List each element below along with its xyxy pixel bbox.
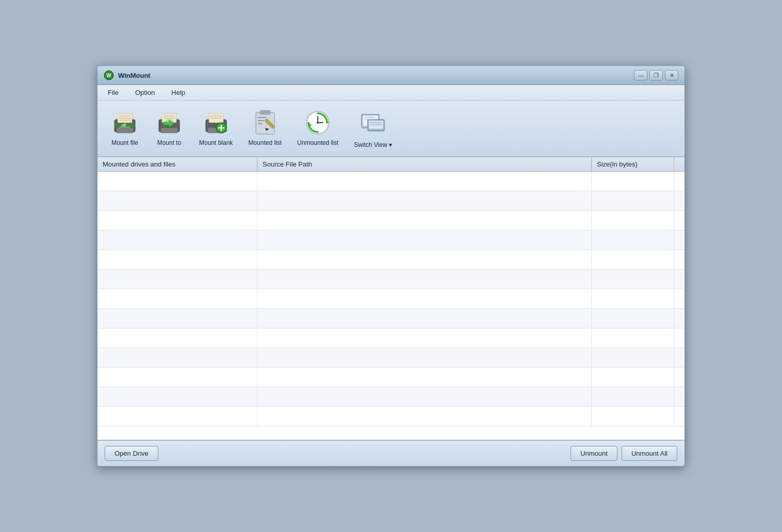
unmount-button[interactable]: Unmount: [571, 446, 617, 461]
table-row: [97, 211, 685, 230]
cell-size: [592, 348, 674, 367]
mount-blank-button[interactable]: Mount blank: [192, 105, 239, 152]
close-button[interactable]: ✕: [665, 70, 678, 80]
title-bar-controls: — ❐ ✕: [634, 70, 678, 80]
cell-size: [592, 328, 674, 347]
cell-path: [257, 309, 592, 328]
menu-help[interactable]: Help: [167, 87, 189, 98]
cell-path: [257, 328, 592, 347]
cell-path: [257, 348, 592, 367]
table-row: [97, 309, 685, 328]
mount-file-icon: [110, 108, 139, 137]
cell-path: [257, 250, 592, 269]
cell-size: [592, 309, 674, 328]
svg-rect-26: [256, 112, 274, 134]
cell-drives: [97, 387, 257, 406]
switch-view-button[interactable]: Switch View ▾: [347, 105, 399, 152]
cell-path: [257, 387, 592, 406]
app-icon: W: [104, 70, 114, 80]
cell-extra: [674, 309, 685, 328]
menu-option[interactable]: Option: [131, 87, 159, 98]
cell-path: [257, 407, 592, 426]
svg-rect-27: [260, 110, 270, 114]
cell-extra: [674, 289, 685, 308]
cell-path: [257, 368, 592, 387]
cell-drives: [97, 191, 257, 210]
cell-drives: [97, 270, 257, 289]
cell-size: [592, 230, 674, 250]
minimize-button[interactable]: —: [634, 70, 647, 80]
column-extra: [674, 157, 685, 171]
cell-drives: [97, 309, 257, 328]
cell-size: [592, 387, 674, 406]
unmount-all-button[interactable]: Unmount All: [622, 446, 677, 461]
cell-size: [592, 191, 674, 210]
table-row: [97, 328, 685, 348]
column-size: Size(in bytes): [592, 157, 674, 171]
column-path: Source File Path: [257, 157, 592, 171]
table-row: [97, 230, 685, 250]
mount-to-button[interactable]: Mount to: [148, 105, 190, 152]
mounted-list-icon: [251, 108, 280, 137]
cell-size: [592, 250, 674, 269]
cell-drives: [97, 407, 257, 426]
mount-to-icon: [155, 108, 184, 137]
cell-extra: [674, 270, 685, 289]
cell-extra: [674, 348, 685, 367]
cell-path: [257, 270, 592, 289]
table-row: [97, 250, 685, 270]
table-row: [97, 387, 685, 407]
cell-extra: [674, 172, 685, 191]
cell-size: [592, 211, 674, 230]
table-row: [97, 368, 685, 387]
cell-path: [257, 230, 592, 250]
column-drives: Mounted drives and files: [97, 157, 257, 171]
cell-extra: [674, 328, 685, 347]
cell-drives: [97, 328, 257, 347]
footer-right: Unmount Unmount All: [571, 446, 677, 461]
content-area: Mounted drives and files Source File Pat…: [97, 157, 685, 440]
cell-extra: [674, 230, 685, 250]
mounted-list-button[interactable]: Mounted list: [241, 105, 288, 152]
cell-extra: [674, 407, 685, 426]
cell-extra: [674, 250, 685, 269]
mount-blank-label: Mount blank: [199, 139, 233, 146]
mounted-list-label: Mounted list: [248, 139, 282, 146]
mount-file-button[interactable]: Mount file: [104, 105, 146, 152]
cell-drives: [97, 172, 257, 191]
toolbar: Mount file Mount to: [97, 101, 685, 157]
cell-extra: [674, 387, 685, 406]
switch-view-label: Switch View ▾: [354, 141, 392, 148]
cell-path: [257, 289, 592, 308]
table-row: [97, 270, 685, 289]
menu-bar: File Option Help: [97, 85, 685, 101]
cell-size: [592, 289, 674, 308]
cell-size: [592, 270, 674, 289]
menu-file[interactable]: File: [104, 87, 123, 98]
title-bar-left: W WinMount: [104, 70, 151, 80]
unmounted-list-icon: [303, 108, 332, 137]
cell-path: [257, 211, 592, 230]
footer: Open Drive Unmount Unmount All: [97, 440, 685, 466]
table-row: [97, 407, 685, 426]
cell-path: [257, 191, 592, 210]
switch-view-icon: [359, 108, 387, 137]
cell-drives: [97, 289, 257, 308]
mount-file-label: Mount file: [111, 139, 138, 146]
cell-drives: [97, 250, 257, 269]
table-body: [97, 172, 685, 440]
cell-size: [592, 172, 674, 191]
mount-to-label: Mount to: [157, 139, 182, 146]
svg-text:W: W: [106, 73, 111, 78]
table-row: [97, 191, 685, 211]
unmounted-list-button[interactable]: Unmounted list: [290, 105, 345, 152]
open-drive-button[interactable]: Open Drive: [105, 446, 158, 461]
svg-point-39: [317, 122, 319, 124]
cell-size: [592, 407, 674, 426]
unmounted-list-label: Unmounted list: [297, 139, 338, 146]
title-bar: W WinMount — ❐ ✕: [97, 66, 685, 85]
maximize-button[interactable]: ❐: [649, 70, 663, 80]
table-header: Mounted drives and files Source File Pat…: [97, 157, 685, 172]
table-row: [97, 289, 685, 309]
svg-rect-3: [117, 128, 133, 133]
